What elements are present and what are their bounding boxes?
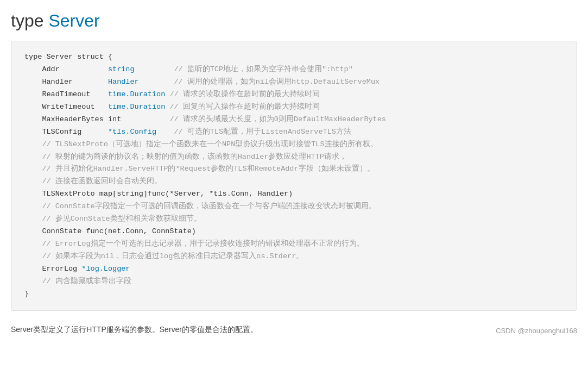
field-el-indent: ErrorLog <box>24 263 81 276</box>
comment-text-1: // TLSNextProto（可选地）指定一个函数来在一个NPN型协议升级出现… <box>24 139 378 151</box>
title-name: Server <box>48 11 99 30</box>
title-keyword: type <box>11 11 43 30</box>
code-comment-hidden: // 内含隐藏或非导出字段 <box>24 276 564 288</box>
code-line-errorlog: ErrorLog *log.Logger <box>24 263 564 276</box>
field-mhb-type: int <box>108 114 121 126</box>
code-line-connstate: ConnState func(net.Conn, ConnState) <box>24 226 564 238</box>
comment-text-5: // ConnState字段指定一个可选的回调函数，该函数会在一个与客户端的连接… <box>24 201 376 213</box>
code-line-tlsconfig: TLSConfig *tls.Config // 可选的TLS配置，用于List… <box>24 126 564 139</box>
code-comment-errorlog-1: // ErrorLog指定一个可选的日志记录器，用于记录接收连接时的错误和处理器… <box>24 238 564 251</box>
code-block: type Server struct { Addr string // 监听的T… <box>11 41 577 311</box>
code-comment-tlsnext-3: // 并且初始化Handler.ServeHTTP的*Request参数的TLS… <box>24 163 564 176</box>
code-comment-connstate-1: // ConnState字段指定一个可选的回调函数，该函数会在一个与客户端的连接… <box>24 201 564 213</box>
code-line-tlsnextproto: TLSNextProto map[string]func(*Server, *t… <box>24 188 564 201</box>
code-line-handler: Handler Handler // 调用的处理器，如为nil会调用http.D… <box>24 76 564 89</box>
field-tnp-indent: TLSNextProto <box>24 188 99 201</box>
field-tc-type: *tls.Config <box>108 126 156 139</box>
field-el-type: *log.Logger <box>81 263 130 276</box>
comment-text-6: // 参见ConnState类型和相关常数获取细节。 <box>24 213 201 226</box>
code-comment-connstate-2: // 参见ConnState类型和相关常数获取细节。 <box>24 213 564 226</box>
field-addr-indent: Addr <box>24 64 108 76</box>
field-rt-space <box>165 89 169 101</box>
code-line-addr: Addr string // 监听的TCP地址，如果为空字符串会使用":http… <box>24 64 564 76</box>
code-line-maxheaderbytes: MaxHeaderBytes int // 请求的头域最大长度，如为0则用Def… <box>24 114 564 126</box>
field-addr-type: string <box>108 64 135 76</box>
field-addr-space <box>135 64 174 76</box>
code-struct-open: type Server struct { <box>24 51 112 64</box>
footer-credit: CSDN @zhoupenghui168 <box>496 327 577 335</box>
comment-text-2: // 映射的键为商谈的协议名；映射的值为函数，该函数的Handler参数应处理H… <box>24 151 347 164</box>
field-mhb-space <box>121 114 169 126</box>
page-title: type Server <box>11 11 577 31</box>
field-handler-comment: // 调用的处理器，如为nil会调用http.DefaultServeMux <box>174 76 380 89</box>
field-wt-indent: WriteTimeout <box>24 101 108 114</box>
code-line-writetimeout: WriteTimeout time.Duration // 回复的写入操作在超时… <box>24 101 564 114</box>
field-tnp-type: map[string]func(*Server, *tls.Conn, Hand… <box>99 188 293 201</box>
field-tc-comment: // 可选的TLS配置，用于ListenAndServeTLS方法 <box>174 126 351 139</box>
field-tc-indent: TLSConfig <box>24 126 108 139</box>
comment-text-4: // 连接在函数返回时会自动关闭。 <box>24 176 162 188</box>
comment-text-7: // ErrorLog指定一个可选的日志记录器，用于记录接收连接时的错误和处理器… <box>24 238 364 251</box>
field-handler-indent: Handler <box>24 76 108 89</box>
field-wt-space <box>165 101 169 114</box>
field-mhb-comment: // 请求的头域最大长度，如为0则用DefaultMaxHeaderBytes <box>169 114 386 126</box>
code-line-readtimeout: ReadTimeout time.Duration // 请求的读取操作在超时前… <box>24 89 564 101</box>
code-line-1: type Server struct { <box>24 51 564 64</box>
field-cs-indent: ConnState <box>24 226 86 238</box>
comment-text-8: // 如果本字段为nil，日志会通过log包的标准日志记录器写入os.Stder… <box>24 251 304 263</box>
code-line-close: } <box>24 288 564 301</box>
code-comment-tlsnext-2: // 映射的键为商谈的协议名；映射的值为函数，该函数的Handler参数应处理H… <box>24 151 564 164</box>
field-addr-comment: // 监听的TCP地址，如果为空字符串会使用":http" <box>174 64 352 76</box>
comment-text-9: // 内含隐藏或非导出字段 <box>24 276 131 288</box>
field-rt-type: time.Duration <box>108 89 165 101</box>
code-comment-tlsnext-1: // TLSNextProto（可选地）指定一个函数来在一个NPN型协议升级出现… <box>24 139 564 151</box>
comment-text-3: // 并且初始化Handler.ServeHTTP的*Request参数的TLS… <box>24 163 375 176</box>
field-tc-space <box>156 126 174 139</box>
field-cs-type: func(net.Conn, ConnState) <box>86 226 196 238</box>
code-comment-errorlog-2: // 如果本字段为nil，日志会通过log包的标准日志记录器写入os.Stder… <box>24 251 564 263</box>
code-comment-tlsnext-4: // 连接在函数返回时会自动关闭。 <box>24 176 564 188</box>
field-mhb-indent: MaxHeaderBytes <box>24 114 108 126</box>
field-rt-indent: ReadTimeout <box>24 89 108 101</box>
field-rt-comment: // 请求的读取操作在超时前的最大持续时间 <box>169 89 319 101</box>
field-handler-type: Handler <box>108 76 139 89</box>
description-text: Server类型定义了运行HTTP服务端的参数。Server的零值是合法的配置。 <box>11 325 258 335</box>
field-wt-comment: // 回复的写入操作在超时前的最大持续时间 <box>169 101 319 114</box>
struct-close-brace: } <box>24 288 29 301</box>
field-wt-type: time.Duration <box>108 101 165 114</box>
field-handler-space <box>139 76 174 89</box>
